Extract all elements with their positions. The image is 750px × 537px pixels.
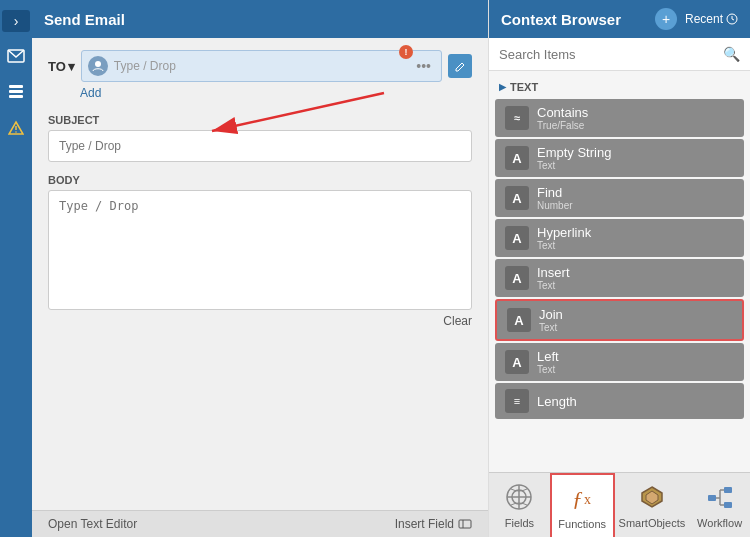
- fields-icon: [503, 481, 535, 513]
- context-item[interactable]: AFindNumber: [495, 179, 744, 217]
- subject-label: SUBJECT: [48, 114, 472, 126]
- edit-button[interactable]: [448, 54, 472, 78]
- tab-workflow[interactable]: Workflow: [689, 473, 750, 537]
- insert-field-icon: [458, 519, 472, 529]
- context-item[interactable]: AJoinText: [495, 299, 744, 341]
- to-row: TO ▾ Type / Drop ! •••: [48, 50, 472, 82]
- item-type: Number: [537, 200, 573, 211]
- more-options-button[interactable]: •••: [416, 58, 431, 74]
- item-text: HyperlinkText: [537, 225, 591, 251]
- context-item[interactable]: AHyperlinkText: [495, 219, 744, 257]
- item-icon: A: [507, 308, 531, 332]
- item-name: Join: [539, 307, 563, 322]
- item-type: Text: [537, 240, 591, 251]
- to-placeholder: Type / Drop: [114, 59, 416, 73]
- search-input[interactable]: [499, 47, 723, 62]
- avatar-icon: [88, 56, 108, 76]
- item-icon: A: [505, 186, 529, 210]
- item-type: Text: [537, 364, 559, 375]
- item-name: Hyperlink: [537, 225, 591, 240]
- svg-text:ƒ: ƒ: [572, 486, 583, 511]
- item-text: ContainsTrue/False: [537, 105, 588, 131]
- context-item[interactable]: AEmpty StringText: [495, 139, 744, 177]
- svg-rect-2: [9, 90, 23, 93]
- item-name: Contains: [537, 105, 588, 120]
- body-input[interactable]: [48, 190, 472, 310]
- item-text: LeftText: [537, 349, 559, 375]
- svg-text:x: x: [584, 492, 591, 507]
- to-label: TO ▾: [48, 59, 75, 74]
- context-item[interactable]: ≈ContainsTrue/False: [495, 99, 744, 137]
- add-link[interactable]: Add: [80, 86, 472, 100]
- form-area: TO ▾ Type / Drop ! ••• Add: [32, 38, 488, 510]
- right-panel: Context Browser + Recent 🔍 ▶ TEXT ≈Conta…: [488, 0, 750, 537]
- item-name: Left: [537, 349, 559, 364]
- svg-point-9: [95, 61, 101, 67]
- main-panel-header: Send Email: [32, 0, 488, 38]
- main-panel: Send Email TO ▾: [32, 0, 488, 537]
- subject-section: SUBJECT: [48, 114, 472, 162]
- body-label: BODY: [48, 174, 472, 186]
- item-icon: A: [505, 266, 529, 290]
- svg-line-14: [732, 19, 734, 20]
- error-badge: !: [399, 45, 413, 59]
- item-type: True/False: [537, 120, 588, 131]
- item-name: Empty String: [537, 145, 611, 160]
- svg-point-6: [15, 131, 17, 133]
- to-chevron[interactable]: ▾: [68, 59, 75, 74]
- header-actions: + Recent: [655, 8, 738, 30]
- item-name: Length: [537, 394, 577, 409]
- item-text: FindNumber: [537, 185, 573, 211]
- left-sidebar: ›: [0, 0, 32, 537]
- svg-rect-3: [9, 95, 23, 98]
- svg-rect-1: [9, 85, 23, 88]
- insert-field-button[interactable]: Insert Field: [395, 517, 472, 531]
- svg-rect-23: [708, 495, 716, 501]
- item-icon: ≈: [505, 106, 529, 130]
- tab-smartobjects[interactable]: SmartObjects: [615, 473, 690, 537]
- open-text-editor-button[interactable]: Open Text Editor: [48, 517, 137, 531]
- right-panel-header: Context Browser + Recent: [489, 0, 750, 38]
- item-icon: A: [505, 146, 529, 170]
- body-section: BODY Clear: [48, 174, 472, 328]
- search-bar: 🔍: [489, 38, 750, 71]
- tab-functions[interactable]: ƒ x Functions: [550, 473, 615, 537]
- item-type: Text: [539, 322, 563, 333]
- item-icon: A: [505, 226, 529, 250]
- footer-bar: Open Text Editor Insert Field: [32, 510, 488, 537]
- section-label: TEXT: [510, 81, 538, 93]
- main-panel-title: Send Email: [44, 11, 125, 28]
- search-icon: 🔍: [723, 46, 740, 62]
- collapse-button[interactable]: ›: [2, 10, 30, 32]
- context-content: ▶ TEXT ≈ContainsTrue/FalseAEmpty StringT…: [489, 71, 750, 472]
- context-item[interactable]: AInsertText: [495, 259, 744, 297]
- svg-rect-24: [724, 487, 732, 493]
- context-items-container: ≈ContainsTrue/FalseAEmpty StringTextAFin…: [489, 99, 750, 419]
- item-name: Insert: [537, 265, 570, 280]
- item-name: Find: [537, 185, 573, 200]
- context-item[interactable]: ALeftText: [495, 343, 744, 381]
- context-item[interactable]: ≡Length: [495, 383, 744, 419]
- item-icon: ≡: [505, 389, 529, 413]
- add-button[interactable]: +: [655, 8, 677, 30]
- clear-button[interactable]: Clear: [443, 314, 472, 328]
- bottom-tabs: Fields ƒ x Functions SmartObjects: [489, 472, 750, 537]
- fields-tab-label: Fields: [505, 517, 534, 529]
- smartobjects-tab-label: SmartObjects: [619, 517, 686, 529]
- item-type: Text: [537, 160, 611, 171]
- warning-icon[interactable]: [4, 116, 28, 140]
- email-icon[interactable]: [4, 44, 28, 68]
- item-text: Empty StringText: [537, 145, 611, 171]
- item-text: JoinText: [539, 307, 563, 333]
- recent-button[interactable]: Recent: [685, 12, 738, 26]
- workflow-icon: [704, 481, 736, 513]
- layers-icon[interactable]: [4, 80, 28, 104]
- tab-fields[interactable]: Fields: [489, 473, 550, 537]
- item-text: InsertText: [537, 265, 570, 291]
- collapse-triangle-icon[interactable]: ▶: [499, 82, 506, 92]
- functions-icon: ƒ x: [566, 482, 598, 514]
- smartobjects-icon: [636, 481, 668, 513]
- context-browser-title: Context Browser: [501, 11, 621, 28]
- subject-input[interactable]: [48, 130, 472, 162]
- to-input[interactable]: Type / Drop ! •••: [81, 50, 442, 82]
